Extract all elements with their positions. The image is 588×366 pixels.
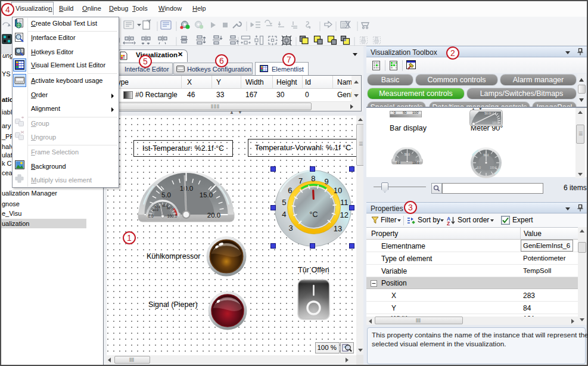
- svg-text:8: 8: [311, 174, 315, 183]
- svg-text:7: 7: [298, 176, 303, 185]
- svg-text:100.0: 100.0: [490, 166, 497, 169]
- svg-text:100.0: 100.0: [412, 162, 419, 165]
- svg-text:0.0: 0.0: [148, 214, 153, 218]
- svg-text:10.0: 10.0: [180, 185, 193, 192]
- svg-text:20.0: 20.0: [207, 212, 220, 219]
- svg-text:15.0: 15.0: [200, 191, 213, 198]
- svg-text:3: 3: [288, 224, 293, 232]
- svg-text:11: 11: [340, 198, 349, 207]
- svg-text:50.0: 50.0: [484, 111, 490, 115]
- svg-text:5: 5: [282, 198, 286, 207]
- svg-text:10: 10: [334, 186, 342, 195]
- svg-text:0.0: 0.0: [397, 162, 401, 165]
- svg-text:°C: °C: [309, 210, 318, 219]
- svg-text:5.0: 5.0: [161, 191, 171, 198]
- svg-text:40.0: 40.0: [155, 205, 161, 209]
- svg-text:100: 100: [412, 111, 419, 114]
- svg-text:20.0: 20.0: [153, 208, 158, 212]
- svg-text:50: 50: [403, 111, 407, 114]
- svg-text:9: 9: [324, 177, 328, 186]
- svg-text:6: 6: [288, 186, 292, 195]
- svg-text:80.0: 80.0: [167, 206, 173, 210]
- svg-text:3.0: 3.0: [477, 166, 481, 169]
- svg-text:13: 13: [334, 224, 342, 233]
- svg-text:100.0: 100.0: [492, 122, 499, 125]
- svg-text:4: 4: [282, 210, 286, 219]
- svg-text:Z: Z: [447, 221, 450, 226]
- svg-text:12: 12: [340, 210, 348, 219]
- svg-text:100.0: 100.0: [167, 214, 178, 218]
